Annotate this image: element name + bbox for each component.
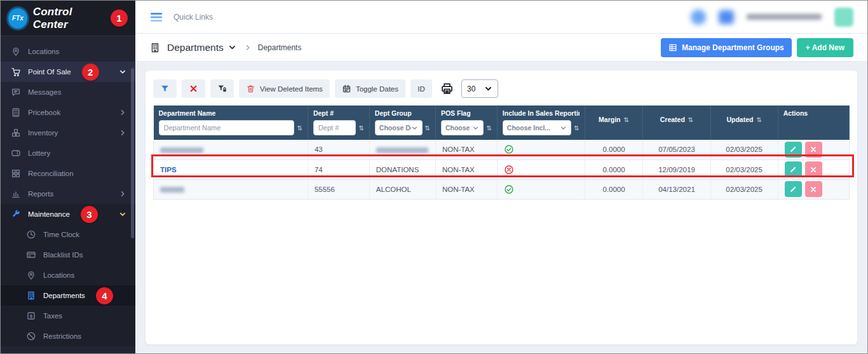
clear-filter-button[interactable]: [182, 79, 205, 98]
column-header-group[interactable]: Dept GroupChoose Dep...⇅: [369, 106, 435, 140]
column-header-pos[interactable]: POS FlagChoose PO...⇅: [435, 106, 497, 140]
sort-icon[interactable]: ⇅: [425, 125, 430, 132]
sort-icon[interactable]: ⇅: [624, 116, 629, 123]
sidebar-item-maintenance[interactable]: Maintenance3: [1, 204, 135, 224]
filter-select-include[interactable]: Choose Incl...: [503, 120, 571, 135]
add-new-button[interactable]: + Add New: [797, 38, 853, 57]
cell-dept-number: 55556: [308, 179, 369, 199]
sidebar-item-inventory[interactable]: Inventory: [1, 123, 135, 143]
app-window: FTx Control Center 1 LocationsPoint Of S…: [0, 0, 868, 354]
cell-dept-group: [369, 140, 435, 160]
sidebar-item-pricebook[interactable]: Pricebook: [1, 102, 135, 123]
cell-include-in-sales: [497, 160, 585, 179]
toggle-dates-button[interactable]: Toggle Dates: [335, 79, 405, 98]
annotation-badge-2: 2: [82, 64, 99, 81]
redacted-text: [160, 187, 184, 193]
sidebar-item-label: Reports: [28, 190, 53, 198]
search-icon[interactable]: [691, 10, 706, 25]
sidebar-item-label: Blacklist IDs: [43, 251, 83, 259]
sort-icon[interactable]: ⇅: [574, 125, 579, 132]
building-icon: [26, 290, 36, 301]
sidebar-item-messages[interactable]: Messages: [1, 82, 135, 102]
cell-actions: [778, 160, 849, 179]
apply-filter-button[interactable]: [153, 79, 177, 98]
filter-select-pos[interactable]: Choose PO...: [441, 120, 484, 135]
department-link[interactable]: [160, 186, 184, 193]
sidebar-item-label: Restrictions: [43, 332, 81, 340]
pencil-icon: [789, 146, 797, 153]
cart-icon: [11, 67, 21, 77]
pin-icon: [26, 270, 36, 280]
grid-icon: [11, 168, 21, 179]
x-circle-icon: [504, 165, 514, 175]
column-header-created[interactable]: Created⇅: [643, 106, 710, 140]
sidebar-item-label: Time Clock: [43, 231, 79, 238]
page-size-select[interactable]: 30: [461, 79, 498, 98]
sidebar-item-taxes[interactable]: $Taxes: [1, 306, 135, 326]
departments-icon: [149, 42, 161, 53]
filter-input-name[interactable]: [159, 120, 295, 135]
department-link[interactable]: TIPS: [160, 166, 177, 174]
cell-actions: [778, 179, 849, 199]
page-title-caret-icon[interactable]: [228, 43, 236, 51]
filter-input-dept[interactable]: [313, 120, 356, 135]
edit-button[interactable]: [785, 181, 802, 197]
chevron-right-icon: [119, 109, 126, 116]
cell-created: 04/13/2021: [643, 179, 710, 199]
sort-icon[interactable]: ⇅: [297, 125, 302, 132]
id-toggle-button[interactable]: ID: [410, 79, 432, 98]
delete-button[interactable]: [805, 181, 822, 197]
page-title[interactable]: Departments: [167, 42, 224, 53]
content: View Deleted Items Toggle Dates ID 30: [135, 62, 867, 353]
logo[interactable]: FTx Control Center 1: [1, 1, 135, 36]
sidebar-item-point-of-sale[interactable]: Point Of Sale2: [1, 62, 135, 82]
sidebar-item-time-clock[interactable]: Time Clock: [1, 224, 135, 245]
clear-filter-icon: [189, 84, 198, 93]
edit-button[interactable]: [785, 142, 802, 158]
sidebar-item-locations[interactable]: Locations: [1, 41, 135, 62]
groups-table-icon: [668, 43, 677, 52]
sidebar-item-restrictions[interactable]: Restrictions: [1, 326, 135, 346]
column-header-margin[interactable]: Margin⇅: [585, 106, 643, 140]
manage-department-groups-button[interactable]: Manage Department Groups: [661, 38, 792, 57]
hamburger-menu-icon[interactable]: [149, 10, 163, 24]
sort-icon[interactable]: ⇅: [486, 125, 491, 132]
sidebar-scrollbar[interactable]: [131, 68, 134, 238]
main-area: Quick Links Departments Departments Mana…: [135, 1, 867, 353]
quick-links-link[interactable]: Quick Links: [173, 13, 213, 22]
page-actions: Manage Department Groups + Add New: [661, 38, 853, 57]
view-deleted-items-button[interactable]: View Deleted Items: [239, 79, 330, 98]
sidebar-item-label: Inventory: [28, 129, 58, 137]
sidebar-item-label: Departments: [43, 292, 85, 299]
sidebar-item-label: Reconciliation: [28, 170, 74, 177]
sidebar-item-locations[interactable]: Locations: [1, 265, 135, 285]
cell-created: 07/05/2023: [643, 140, 710, 160]
sidebar-item-blacklist-ids[interactable]: Blacklist IDs: [1, 245, 135, 265]
sidebar-item-lottery[interactable]: Lottery: [1, 143, 135, 163]
sort-icon[interactable]: ⇅: [756, 116, 761, 123]
view-deleted-items-label: View Deleted Items: [260, 85, 323, 93]
cell-department-name: [154, 140, 308, 160]
sidebar-item-reconciliation[interactable]: Reconciliation: [1, 163, 135, 184]
sidebar-item-reports[interactable]: Reports: [1, 184, 135, 204]
saved-filters-button[interactable]: [210, 79, 234, 98]
chat-icon[interactable]: [719, 10, 734, 24]
sidebar-item-departments[interactable]: Departments4: [1, 285, 135, 306]
column-header-name[interactable]: Department Name⇅: [154, 106, 308, 140]
sort-icon[interactable]: ⇅: [688, 116, 693, 123]
trash-icon: [246, 84, 255, 93]
sort-icon[interactable]: ⇅: [358, 125, 363, 132]
delete-button[interactable]: [805, 142, 822, 158]
edit-button[interactable]: [785, 161, 802, 177]
ban-icon: [26, 331, 36, 341]
delete-button[interactable]: [805, 161, 822, 177]
department-link[interactable]: [160, 146, 203, 153]
dollar-icon: $: [26, 311, 36, 321]
filter-select-group[interactable]: Choose Dep...: [375, 120, 423, 135]
column-header-dept[interactable]: Dept #⇅: [308, 106, 369, 140]
column-header-updated[interactable]: Updated⇅: [710, 106, 778, 140]
column-header-include[interactable]: Include In Sales ReportingChoose Incl...…: [497, 106, 585, 140]
manage-department-groups-label: Manage Department Groups: [682, 43, 784, 52]
print-button[interactable]: [437, 79, 456, 98]
avatar[interactable]: [834, 8, 853, 27]
